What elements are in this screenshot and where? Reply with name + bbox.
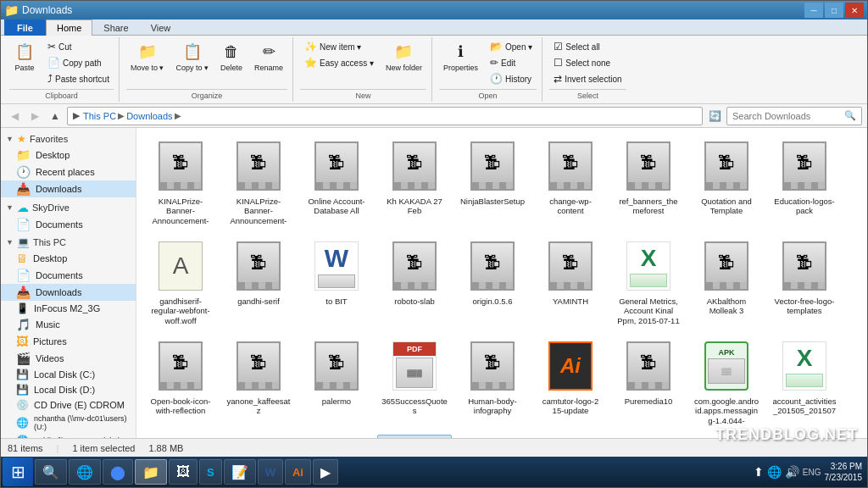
file-item[interactable]: 🗜 origin.0.5.6 <box>455 235 530 331</box>
maximize-button[interactable]: □ <box>825 3 843 18</box>
sidebar-item-skydrive-docs[interactable]: 📄 Documents <box>1 216 136 233</box>
file-item[interactable]: 🗜 change-wp-content <box>533 135 608 231</box>
address-this-pc[interactable]: This PC <box>83 111 116 121</box>
taskbar-ai[interactable]: Ai <box>285 459 311 485</box>
this-pc-header[interactable]: ▼ 💻 This PC <box>1 235 136 250</box>
file-item[interactable]: 🗜 Human-body-infography <box>455 335 530 431</box>
new-folder-button[interactable]: 📁 New folder <box>381 39 426 75</box>
invert-selection-button[interactable]: ⇄ Invert selection <box>549 71 626 86</box>
skydrive-header[interactable]: ▼ ☁ SkyDrive <box>1 199 136 216</box>
music-icon: 🎵 <box>16 318 31 331</box>
sidebar-item-cdrom[interactable]: 💿 CD Drive (E) CDROM <box>1 397 136 413</box>
file-item[interactable]: 🗜 AKbalthom Molleak 3 <box>689 235 764 331</box>
sidebar-local-d-label: Local Disk (D:) <box>34 385 95 395</box>
net-u-icon: 🌐 <box>16 417 29 429</box>
tray-upload-icon[interactable]: ⬆ <box>754 465 764 479</box>
file-item[interactable]: 🗜 Education-logos-pack <box>767 135 842 231</box>
taskbar-chrome[interactable]: ⬤ <box>103 459 133 485</box>
sidebar-item-network-drive-u[interactable]: 🌐 nchantha (\\mv-dc01\users) (U:) <box>1 413 136 433</box>
file-item[interactable]: 🗜 gandhi-serif <box>221 235 296 331</box>
file-item[interactable]: 🗜 Open-book-icon-with-reflection <box>143 335 218 431</box>
sidebar-item-local-d[interactable]: 💾 Local Disk (D:) <box>1 382 136 397</box>
file-item[interactable]: Ai camtutor-logo-2 15-update <box>533 335 608 431</box>
tray-network-icon[interactable]: 🌐 <box>767 465 782 479</box>
copy-path-button[interactable]: 📄 Copy path <box>43 55 114 70</box>
file-name: origin.0.5.6 <box>472 297 512 306</box>
select-none-button[interactable]: ☐ Select none <box>549 55 626 70</box>
taskbar-word[interactable]: W <box>258 459 283 485</box>
tab-home[interactable]: Home <box>46 19 92 36</box>
up-button[interactable]: ▲ <box>47 108 64 125</box>
file-item[interactable]: 🗜 KINALPrize-Banner-Announcement-003(1) <box>143 135 218 231</box>
favorites-header[interactable]: ▼ ★ Favorites <box>1 131 136 147</box>
sidebar-item-pc-desktop[interactable]: 🖥 Desktop <box>1 250 136 267</box>
refresh-button[interactable]: 🔄 <box>706 108 723 125</box>
history-button[interactable]: 🕐 History <box>486 71 537 86</box>
search-input[interactable] <box>732 111 841 121</box>
file-item[interactable]: A gandhiserif-regular-webfont-woff.woff <box>143 235 218 331</box>
file-item[interactable]: 🗜 Quotation and Template <box>689 135 764 231</box>
file-item[interactable]: 🗜 ref_banners_the meforest <box>611 135 686 231</box>
sidebar-item-recent[interactable]: 🕐 Recent places <box>1 164 136 180</box>
edit-button[interactable]: ✏ Edit <box>486 55 537 70</box>
properties-button[interactable]: ℹ Properties <box>439 39 482 75</box>
file-item[interactable]: 🗜 YAMINTH <box>533 235 608 331</box>
file-item[interactable]: X General Metrics, Account Kinal Ppm, 20… <box>611 235 686 331</box>
paste-button[interactable]: 📋 Paste <box>9 39 40 75</box>
file-item[interactable]: X account_activities_201505_201507 <box>767 335 842 431</box>
sidebar-item-desktop[interactable]: 📁 Desktop <box>1 147 136 164</box>
taskbar-ie[interactable]: 🌐 <box>69 459 101 485</box>
tab-share[interactable]: Share <box>92 19 139 36</box>
file-item[interactable]: 🗜 KINALPrize-Banner-Announcement-Update.… <box>221 135 296 231</box>
search-bar[interactable]: 🔍 <box>726 107 862 125</box>
file-item[interactable]: 🗜 palermo <box>299 335 374 431</box>
copy-to-button[interactable]: 📋 Copy to ▾ <box>171 39 213 75</box>
paste-shortcut-button[interactable]: ⤴ Paste shortcut <box>43 71 114 86</box>
file-item[interactable]: 🗜 Puremedia10 <box>611 335 686 431</box>
address-bar[interactable]: ▶ This PC ▶ Downloads ▶ <box>67 107 703 125</box>
file-item[interactable]: 🗜 Online Account-Database All <box>299 135 374 231</box>
taskbar-photos[interactable]: 🖼 <box>169 459 198 485</box>
sidebar-item-music[interactable]: 🎵 Music <box>1 316 136 333</box>
taskbar-explorer[interactable]: 📁 <box>135 459 167 485</box>
taskbar-search[interactable]: 🔍 <box>35 459 67 485</box>
file-thumbnail: 🗜 <box>621 339 676 393</box>
file-item[interactable]: PDF ▓▓▓ 365SuccessQuotes <box>377 335 452 431</box>
new-item-button[interactable]: ✨ New item ▾ <box>300 39 378 54</box>
sidebar-item-videos[interactable]: 🎬 Videos <box>1 350 136 367</box>
file-item[interactable]: W to BIT <box>299 235 374 331</box>
sidebar-item-downloads[interactable]: 📥 Downloads <box>1 180 136 197</box>
file-item[interactable]: 🗜 Vector-free-logo-templates <box>767 235 842 331</box>
sidebar-item-pictures[interactable]: 🖼 Pictures <box>1 333 136 350</box>
sidebar-item-pc-downloads[interactable]: 📥 Downloads <box>1 284 136 301</box>
select-all-button[interactable]: ☑ Select all <box>549 39 626 54</box>
sidebar-item-local-c[interactable]: 💾 Local Disk (C:) <box>1 367 136 382</box>
close-button[interactable]: ✕ <box>845 3 864 18</box>
delete-button[interactable]: 🗑 Delete <box>216 39 247 75</box>
file-item[interactable]: 🗜 roboto-slab <box>377 235 452 331</box>
tab-view[interactable]: View <box>140 19 182 36</box>
file-item[interactable]: 🗜 NinjaBlasterSetup <box>455 135 530 231</box>
taskbar-player[interactable]: ▶ <box>313 459 338 485</box>
tray-sound-icon[interactable]: 🔊 <box>785 465 799 479</box>
sidebar-item-infocus[interactable]: 📱 InFocus M2_3G <box>1 301 136 316</box>
file-item[interactable]: 🗜 Kh KAKADA 27 Feb <box>377 135 452 231</box>
sidebar-local-c-label: Local Disk (C:) <box>34 369 95 380</box>
minimize-button[interactable]: ─ <box>804 3 823 18</box>
open-button[interactable]: 📂 Open ▾ <box>486 39 537 54</box>
file-item[interactable]: 🗜 yanone_kaffeesatz <box>221 335 296 431</box>
tab-file[interactable]: File <box>4 19 46 36</box>
start-button[interactable]: ⊞ <box>3 458 33 486</box>
back-button[interactable]: ◀ <box>6 108 23 125</box>
address-downloads[interactable]: Downloads <box>126 111 172 121</box>
taskbar-skype[interactable]: S <box>199 459 222 485</box>
move-to-button[interactable]: 📁 Move to ▾ <box>126 39 169 75</box>
forward-button[interactable]: ▶ <box>26 108 43 125</box>
sidebar-item-pc-docs[interactable]: 📄 Documents <box>1 267 136 284</box>
taskbar-notepad[interactable]: 📝 <box>224 459 256 485</box>
file-item[interactable]: APK ▒▒ com.google.android.apps.messaging… <box>689 335 764 431</box>
easy-access-button[interactable]: ⭐ Easy access ▾ <box>300 55 378 70</box>
file-thumbnail: 🗜 <box>153 139 208 193</box>
cut-button[interactable]: ✂ Cut <box>43 39 114 54</box>
rename-button[interactable]: ✏ Rename <box>250 39 287 75</box>
